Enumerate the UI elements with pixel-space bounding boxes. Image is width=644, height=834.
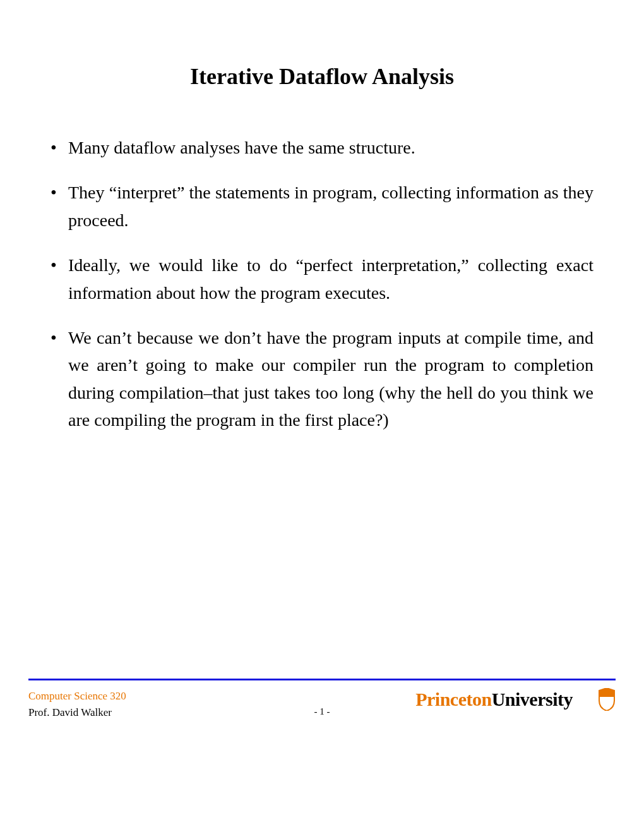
course-name: Computer Science 320 — [28, 688, 126, 704]
slide-title: Iterative Dataflow Analysis — [38, 63, 606, 90]
bullet-item: We can’t because we don’t have the progr… — [51, 324, 593, 434]
bullet-item: Ideally, we would like to do “perfect in… — [51, 251, 593, 306]
footer-divider — [28, 679, 616, 680]
bullet-item: They “interpret” the statements in progr… — [51, 179, 593, 234]
svg-rect-0 — [605, 689, 608, 692]
slide-content: Iterative Dataflow Analysis Many dataflo… — [0, 0, 644, 434]
page-number: - 1 - — [0, 706, 644, 717]
bullet-list: Many dataflow analyses have the same str… — [51, 134, 593, 434]
bullet-item: Many dataflow analyses have the same str… — [51, 134, 593, 161]
